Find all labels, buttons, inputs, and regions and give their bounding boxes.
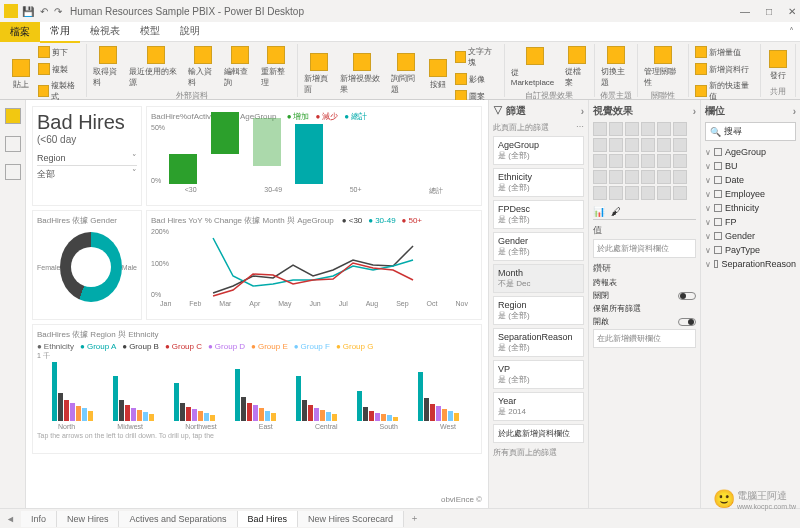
page-tab-4[interactable]: New Hires Scorecard	[298, 511, 404, 527]
textbox-button[interactable]: 文字方塊	[453, 44, 500, 70]
buttons-button[interactable]: 按鈕	[425, 57, 451, 92]
filter-fpdesc[interactable]: FPDesc是 (全部)	[493, 200, 584, 229]
viz-type-2[interactable]	[625, 122, 639, 136]
field-fp[interactable]: FP	[705, 215, 796, 229]
page-tab-2[interactable]: Actives and Separations	[119, 511, 237, 527]
add-filter-field[interactable]: 於此處新增資料欄位	[493, 424, 584, 443]
field-paytype[interactable]: PayType	[705, 243, 796, 257]
viz-value-well[interactable]: 於此處新增資料欄位	[593, 239, 696, 258]
chart-yoy[interactable]: Bad Hires YoY % Change 依據 Month 與 AgeGro…	[146, 210, 482, 320]
viz-type-12[interactable]	[593, 154, 607, 168]
filter-month[interactable]: Month不是 Dec	[493, 264, 584, 293]
viz-type-1[interactable]	[609, 122, 623, 136]
chart-gender[interactable]: BadHires 依據 Gender Female Male	[32, 210, 142, 320]
save-icon[interactable]: 💾	[22, 6, 34, 17]
viz-type-15[interactable]	[641, 154, 655, 168]
image-button[interactable]: 影像	[453, 71, 500, 87]
viz-type-4[interactable]	[657, 122, 671, 136]
filter-separationreason[interactable]: SeparationReason是 (全部)	[493, 328, 584, 357]
new-measure-button[interactable]: 新增量值	[693, 44, 756, 60]
cut-button[interactable]: 剪下	[36, 44, 82, 60]
viz-type-18[interactable]	[593, 170, 607, 184]
viz-type-11[interactable]	[673, 138, 687, 152]
filter-agegroup[interactable]: AgeGroup是 (全部)	[493, 136, 584, 165]
filter-vp[interactable]: VP是 (全部)	[493, 360, 584, 389]
field-date[interactable]: Date	[705, 173, 796, 187]
collapse-filters-icon[interactable]: ›	[581, 106, 584, 117]
report-view-icon[interactable]	[5, 108, 21, 124]
field-gender[interactable]: Gender	[705, 229, 796, 243]
field-employee[interactable]: Employee	[705, 187, 796, 201]
page-tab-0[interactable]: Info	[21, 511, 57, 527]
filter-ethnicity[interactable]: Ethnicity是 (全部)	[493, 168, 584, 197]
publish-button[interactable]: 發行	[765, 48, 791, 83]
file-tab[interactable]: 檔案	[0, 22, 40, 42]
undo-icon[interactable]: ↶	[40, 6, 48, 17]
collapse-fields-icon[interactable]: ›	[793, 106, 796, 117]
viz-type-26[interactable]	[625, 186, 639, 200]
filter-gender[interactable]: Gender是 (全部)	[493, 232, 584, 261]
region-slicer[interactable]: Region˅ 全部˅	[37, 151, 137, 183]
marketplace-button[interactable]: 從Marketplace	[509, 45, 562, 89]
paste-button[interactable]: 貼上	[8, 57, 34, 92]
new-column-button[interactable]: 新增資料行	[693, 61, 756, 77]
viz-type-13[interactable]	[609, 154, 623, 168]
viz-drill-well[interactable]: 在此新增鑽研欄位	[593, 329, 696, 348]
get-data-button[interactable]: 取得資料	[91, 44, 125, 90]
viz-type-21[interactable]	[641, 170, 655, 184]
page-tab-1[interactable]: New Hires	[57, 511, 120, 527]
page-tab-3[interactable]: Bad Hires	[238, 511, 299, 527]
keep-filters-toggle[interactable]	[678, 318, 696, 326]
viz-type-8[interactable]	[625, 138, 639, 152]
format-tab-icon[interactable]: 🖌	[611, 206, 621, 217]
refresh-button[interactable]: 重新整理	[259, 44, 293, 90]
filter-region[interactable]: Region是 (全部)	[493, 296, 584, 325]
chart-region-ethnicity[interactable]: BadHires 依據 Region 與 Ethnicity Ethnicity…	[32, 324, 482, 454]
viz-type-9[interactable]	[641, 138, 655, 152]
tab-home[interactable]: 常用	[40, 21, 80, 43]
viz-type-19[interactable]	[609, 170, 623, 184]
tab-view[interactable]: 檢視表	[80, 21, 130, 43]
recent-sources-button[interactable]: 最近使用的來源	[127, 44, 184, 90]
tab-model[interactable]: 模型	[130, 21, 170, 43]
ask-question-button[interactable]: 詢問問題	[389, 51, 423, 97]
tab-help[interactable]: 說明	[170, 21, 210, 43]
viz-type-27[interactable]	[641, 186, 655, 200]
fields-search[interactable]: 🔍 搜尋	[705, 122, 796, 141]
prev-page-icon[interactable]: ◄	[0, 514, 21, 524]
viz-type-5[interactable]	[673, 122, 687, 136]
field-ethnicity[interactable]: Ethnicity	[705, 201, 796, 215]
field-agegroup[interactable]: AgeGroup	[705, 145, 796, 159]
field-bu[interactable]: BU	[705, 159, 796, 173]
fields-tab-icon[interactable]: 📊	[593, 206, 605, 217]
redo-icon[interactable]: ↷	[54, 6, 62, 17]
switch-theme-button[interactable]: 切換主題	[599, 44, 633, 90]
viz-type-0[interactable]	[593, 122, 607, 136]
new-page-button[interactable]: 新增頁面	[302, 51, 336, 97]
copy-button[interactable]: 複製	[36, 61, 82, 77]
viz-type-10[interactable]	[657, 138, 671, 152]
add-page-icon[interactable]: ＋	[404, 512, 425, 525]
report-canvas[interactable]: Bad Hires (<60 day Region˅ 全部˅ BadHire%o…	[26, 100, 488, 508]
filter-year[interactable]: Year是 2014	[493, 392, 584, 421]
edit-queries-button[interactable]: 編輯查詢	[222, 44, 256, 90]
manage-relationships-button[interactable]: 管理關聯性	[642, 44, 684, 90]
viz-type-25[interactable]	[609, 186, 623, 200]
enter-data-button[interactable]: 輸入資料	[186, 44, 220, 90]
viz-type-29[interactable]	[673, 186, 687, 200]
viz-type-23[interactable]	[673, 170, 687, 184]
from-file-button[interactable]: 從檔案	[563, 44, 590, 90]
viz-type-24[interactable]	[593, 186, 607, 200]
viz-type-28[interactable]	[657, 186, 671, 200]
field-separationreason[interactable]: SeparationReason	[705, 257, 796, 271]
close-icon[interactable]: ✕	[788, 6, 796, 17]
viz-type-3[interactable]	[641, 122, 655, 136]
viz-type-16[interactable]	[657, 154, 671, 168]
minimize-icon[interactable]: —	[740, 6, 750, 17]
new-visual-button[interactable]: 新增視覺效果	[338, 51, 387, 97]
viz-type-17[interactable]	[673, 154, 687, 168]
data-view-icon[interactable]	[5, 136, 21, 152]
model-view-icon[interactable]	[5, 164, 21, 180]
ribbon-collapse-icon[interactable]: ˄	[789, 26, 794, 37]
viz-type-7[interactable]	[609, 138, 623, 152]
